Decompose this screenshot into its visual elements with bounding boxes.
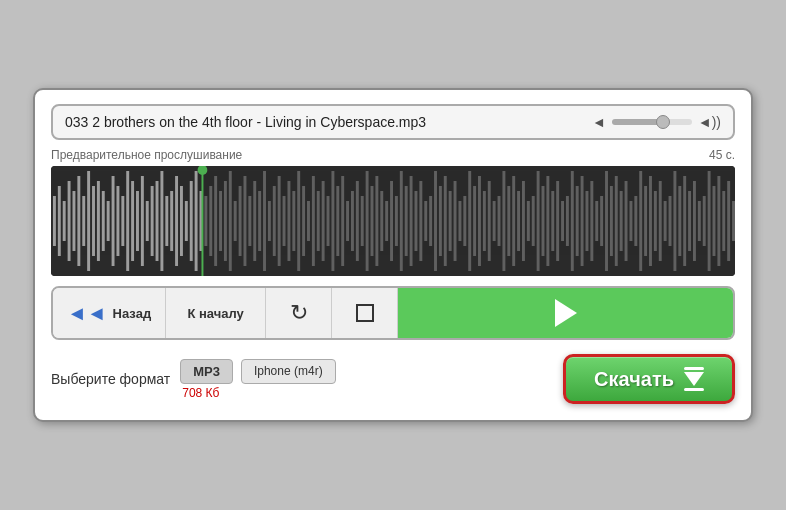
svg-rect-84 <box>458 201 461 241</box>
format-group: MP3 Iphone (m4r) 708 Кб <box>180 359 335 400</box>
svg-rect-99 <box>532 196 535 246</box>
format-iphone-button[interactable]: Iphone (m4r) <box>241 359 336 384</box>
svg-rect-107 <box>571 171 574 271</box>
svg-rect-125 <box>659 181 662 261</box>
svg-rect-135 <box>708 171 711 271</box>
svg-rect-35 <box>219 191 222 251</box>
svg-rect-34 <box>214 176 217 266</box>
svg-rect-7 <box>82 196 85 246</box>
file-size-label: 708 Кб <box>182 386 219 400</box>
svg-rect-42 <box>253 181 256 261</box>
svg-rect-131 <box>688 191 691 251</box>
svg-rect-81 <box>444 176 447 266</box>
svg-rect-37 <box>229 171 232 271</box>
svg-rect-71 <box>395 196 398 246</box>
format-select-label: Выберите формат <box>51 371 170 387</box>
svg-rect-23 <box>160 171 163 271</box>
svg-rect-98 <box>527 201 530 241</box>
back-button[interactable]: ◄◄ Назад <box>53 288 166 338</box>
svg-rect-89 <box>483 191 486 251</box>
svg-rect-68 <box>380 191 383 251</box>
svg-rect-18 <box>136 191 139 251</box>
svg-rect-8 <box>87 171 90 271</box>
download-label: Скачать <box>594 368 674 391</box>
waveform-container[interactable]: // We'll draw this with inline SVG paths <box>51 166 735 276</box>
svg-rect-113 <box>600 196 603 246</box>
svg-rect-4 <box>68 181 71 261</box>
svg-rect-27 <box>180 186 183 256</box>
svg-rect-101 <box>542 186 545 256</box>
svg-rect-38 <box>234 201 237 241</box>
volume-slider[interactable] <box>612 119 692 125</box>
svg-rect-45 <box>268 201 271 241</box>
duration-label: 45 с. <box>709 148 735 162</box>
svg-rect-70 <box>390 181 393 261</box>
repeat-button[interactable]: ↻ <box>266 288 332 338</box>
svg-rect-52 <box>302 186 305 256</box>
svg-rect-85 <box>463 196 466 246</box>
svg-rect-17 <box>131 181 134 261</box>
svg-rect-21 <box>151 186 154 256</box>
svg-rect-96 <box>517 191 520 251</box>
svg-rect-61 <box>346 201 349 241</box>
svg-rect-72 <box>400 171 403 271</box>
svg-rect-103 <box>551 191 554 251</box>
svg-rect-22 <box>156 181 159 261</box>
play-button[interactable] <box>398 288 733 338</box>
volume-icon-right: ◄)) <box>698 114 721 130</box>
svg-rect-90 <box>488 181 491 261</box>
svg-rect-53 <box>307 201 310 241</box>
svg-rect-36 <box>224 181 227 261</box>
svg-rect-65 <box>366 171 369 271</box>
svg-rect-105 <box>561 201 564 241</box>
svg-rect-75 <box>414 191 417 251</box>
svg-rect-47 <box>278 176 281 266</box>
svg-rect-9 <box>92 186 95 256</box>
svg-rect-63 <box>356 181 359 261</box>
svg-rect-117 <box>620 191 623 251</box>
svg-rect-15 <box>121 196 124 246</box>
stop-button[interactable] <box>332 288 398 338</box>
svg-rect-25 <box>170 191 173 251</box>
svg-rect-95 <box>512 176 515 266</box>
play-icon <box>555 299 577 327</box>
svg-rect-32 <box>204 196 207 246</box>
svg-rect-140 <box>732 201 735 241</box>
back-arrow-icon: ◄◄ <box>67 302 107 325</box>
format-mp3-button[interactable]: MP3 <box>180 359 233 384</box>
volume-icon-left: ◄ <box>592 114 606 130</box>
svg-rect-74 <box>410 176 413 266</box>
svg-rect-67 <box>375 176 378 266</box>
svg-rect-26 <box>175 176 178 266</box>
svg-rect-115 <box>610 186 613 256</box>
svg-rect-108 <box>576 186 579 256</box>
svg-rect-13 <box>112 176 115 266</box>
svg-rect-119 <box>629 201 632 241</box>
format-buttons-row: MP3 Iphone (m4r) <box>180 359 335 384</box>
svg-rect-124 <box>654 191 657 251</box>
svg-rect-55 <box>317 191 320 251</box>
svg-rect-41 <box>248 196 251 246</box>
svg-rect-24 <box>165 196 168 246</box>
svg-rect-128 <box>673 171 676 271</box>
svg-rect-56 <box>322 181 325 261</box>
svg-rect-116 <box>615 176 618 266</box>
volume-thumb[interactable] <box>656 115 670 129</box>
svg-rect-104 <box>556 181 559 261</box>
svg-rect-57 <box>327 196 330 246</box>
waveform-section: Предварительное прослушивание 45 с. // W… <box>51 148 735 276</box>
svg-rect-121 <box>639 171 642 271</box>
svg-rect-46 <box>273 186 276 256</box>
start-label: К началу <box>187 306 243 321</box>
svg-rect-126 <box>664 201 667 241</box>
svg-rect-73 <box>405 186 408 256</box>
svg-rect-111 <box>590 181 593 261</box>
svg-rect-112 <box>595 201 598 241</box>
stop-icon <box>356 304 374 322</box>
download-button[interactable]: Скачать <box>563 354 735 404</box>
svg-rect-92 <box>498 196 501 246</box>
start-button[interactable]: К началу <box>166 288 266 338</box>
svg-rect-30 <box>195 171 198 271</box>
waveform-labels: Предварительное прослушивание 45 с. <box>51 148 735 162</box>
svg-rect-88 <box>478 176 481 266</box>
